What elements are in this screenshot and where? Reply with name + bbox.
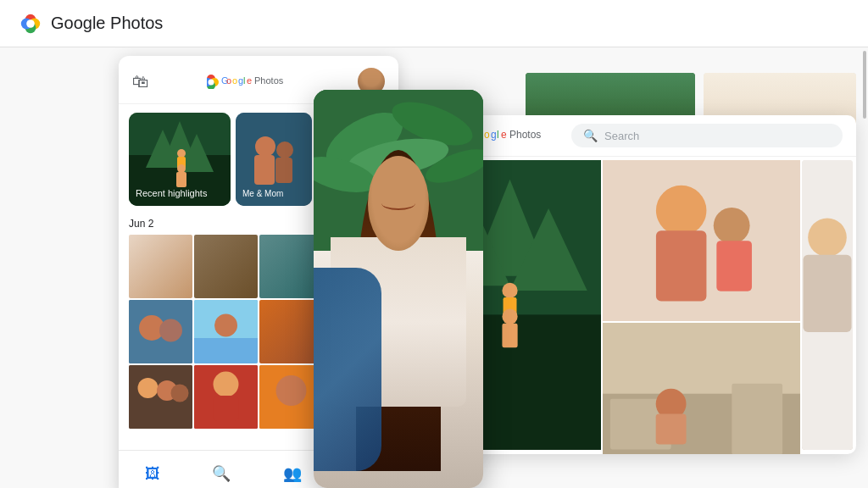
svg-point-32 (177, 149, 186, 158)
photos-nav-icon: 🖼 (145, 465, 160, 483)
nav-sharing[interactable]: 👥 (283, 464, 302, 483)
photo-cell-10[interactable] (194, 365, 258, 429)
mobile-google-photos-logo: G o o g l e Photos (207, 72, 300, 89)
search-nav-icon: 🔍 (212, 464, 231, 483)
svg-point-4 (26, 19, 35, 28)
photo-cell-6[interactable] (194, 300, 258, 363)
svg-text:o: o (226, 75, 231, 86)
desktop-person-right (802, 160, 853, 450)
svg-rect-92 (716, 241, 752, 291)
desktop-search-bar[interactable]: 🔍 Search (571, 124, 843, 147)
nav-search[interactable]: 🔍 (212, 464, 231, 483)
photo-cell-2[interactable] (194, 235, 258, 298)
mobile-logo: G o o g l e Photos (207, 72, 300, 92)
kids-photo (129, 300, 192, 363)
svg-text:Photos: Photos (509, 129, 541, 141)
app-logo[interactable]: Google Photos (17, 10, 163, 37)
photo-cell-9[interactable] (129, 365, 192, 429)
me-mom-card[interactable]: Me & Mom (236, 113, 312, 206)
svg-text:o: o (232, 75, 237, 86)
desktop-mother-child-photo[interactable] (603, 160, 800, 321)
svg-point-53 (171, 385, 189, 402)
svg-rect-87 (502, 324, 517, 348)
svg-point-55 (214, 372, 239, 397)
scrollbar[interactable] (863, 51, 866, 119)
desktop-kitchen-photo[interactable] (603, 323, 800, 454)
woman-body: Nearby (314, 150, 483, 489)
photo-cell-5[interactable] (129, 300, 192, 363)
svg-rect-35 (176, 172, 186, 187)
nav-photos[interactable]: 🖼 (145, 465, 160, 483)
desktop-kitchen-svg (603, 323, 800, 454)
top-bar: Google Photos (0, 0, 868, 47)
girl-water-photo (194, 300, 258, 363)
svg-rect-56 (214, 396, 239, 421)
svg-rect-98 (656, 414, 687, 445)
svg-point-34 (177, 164, 186, 173)
svg-point-86 (502, 309, 517, 324)
svg-text:e: e (247, 75, 252, 86)
svg-point-51 (138, 378, 159, 398)
svg-text:l: l (497, 129, 499, 141)
svg-text:Photos: Photos (254, 75, 284, 86)
photos-logo-icon (17, 10, 44, 37)
me-mom-label: Me & Mom (242, 189, 283, 199)
svg-rect-38 (254, 155, 275, 185)
svg-text:l: l (243, 75, 245, 86)
photo-cell-1[interactable] (129, 235, 192, 298)
svg-rect-101 (804, 255, 852, 332)
sharing-nav-icon: 👥 (283, 464, 302, 483)
svg-point-58 (276, 375, 307, 406)
svg-point-91 (714, 208, 750, 244)
svg-text:g: g (491, 129, 497, 141)
family-portrait-photo (129, 365, 192, 429)
child-red-photo (194, 365, 258, 429)
svg-rect-96 (732, 384, 782, 454)
svg-point-100 (808, 218, 847, 257)
svg-text:o: o (484, 129, 490, 141)
recent-highlights-card[interactable]: Recent highlights (129, 113, 231, 206)
svg-point-19 (209, 79, 214, 85)
recent-highlights-label: Recent highlights (136, 188, 207, 199)
svg-text:e: e (501, 129, 507, 141)
desktop-col-2 (603, 160, 800, 450)
desktop-person-right-svg (802, 160, 853, 450)
search-icon: 🔍 (583, 129, 598, 142)
svg-point-89 (656, 186, 706, 236)
woman-phone-overlay: Nearby (314, 90, 483, 488)
mobile-bag-icon[interactable]: 🛍 (132, 72, 149, 92)
svg-point-39 (276, 141, 293, 158)
svg-point-37 (255, 136, 275, 157)
svg-rect-90 (656, 230, 706, 301)
svg-rect-48 (194, 338, 258, 363)
main-content: 🛍 G o o g l e Photos (0, 47, 868, 488)
svg-point-84 (502, 283, 517, 298)
search-placeholder: Search (604, 130, 639, 142)
svg-rect-40 (275, 158, 292, 183)
svg-point-49 (214, 314, 237, 337)
app-title: Google Photos (51, 14, 163, 33)
desktop-mother-child-svg (603, 160, 800, 321)
svg-point-46 (159, 319, 182, 342)
